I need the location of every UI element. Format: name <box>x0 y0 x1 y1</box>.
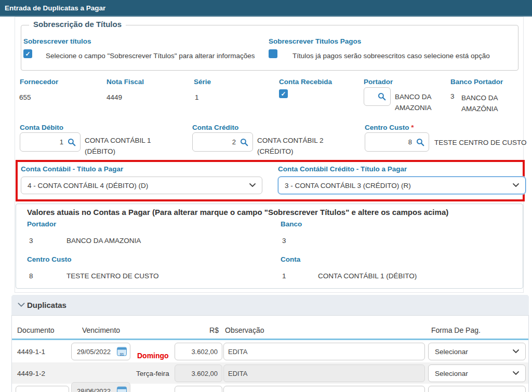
page: Entrada de Duplicatas a Pagar Sobrescriç… <box>0 0 532 392</box>
row1-vencimento <box>71 343 130 360</box>
valor-input[interactable] <box>175 343 222 360</box>
conta-debito-description: CONTA CONTÁBIL 1 (DÉBITO) <box>85 135 176 157</box>
conta-contabil-debito-select[interactable]: 4 - CONTA CONTÁBIL 4 (DÉBITO) (D) <box>21 177 262 194</box>
cv-conta-code: 1 <box>282 272 286 280</box>
banco-portador-code: 3 <box>450 92 455 100</box>
conta-credito-description: CONTA CONTÁBIL 2 (CRÉDITO) <box>257 135 348 157</box>
portador-search-box <box>364 87 391 106</box>
required-asterisk: * <box>411 124 414 131</box>
overwrite-legend: Sobrescrição de Títulos <box>29 20 126 29</box>
chevron-down-icon <box>513 183 519 187</box>
chevron-down-icon <box>249 183 256 187</box>
collapse-chevron-icon <box>18 303 25 307</box>
conta-contabil-debito-label: Conta Contábil - Título a Pagar <box>21 165 123 173</box>
calendar-icon[interactable] <box>117 387 127 392</box>
col-observacao: Observação <box>225 326 264 334</box>
row3-observacao <box>223 386 425 392</box>
centro-custo-label: Centro Custo * <box>365 124 414 131</box>
row1-observacao <box>223 343 425 360</box>
conta-contabil-debito-selected: 4 - CONTA CONTÁBIL 4 (DÉBITO) (D) <box>28 182 148 190</box>
col-forma: Forma De Pag. <box>431 326 481 334</box>
table-header-underline <box>12 339 528 340</box>
row2-vencimento <box>71 382 130 392</box>
banco-portador-description: BANCO DA AMAZÔNIA <box>461 92 513 114</box>
observacao-input[interactable] <box>224 386 424 392</box>
row1-forma-select[interactable]: Selecionar <box>428 343 526 360</box>
conta-contabil-credito-selected: 3 - CONTA CONTÁBIL 3 (CRÉDITO) (R) <box>285 182 411 190</box>
row3-documento-box <box>16 386 69 392</box>
row2-weekday: Terça-feira <box>136 370 169 377</box>
search-icon[interactable] <box>416 138 424 146</box>
overwrite-fieldset <box>21 25 518 71</box>
observacao-input[interactable] <box>224 365 424 382</box>
col-valor: R$ <box>175 326 219 334</box>
duplicatas-header[interactable]: Duplicatas <box>11 295 529 316</box>
cv-conta-name: CONTA CONTÁBIL 1 (DÉBITO) <box>318 272 417 280</box>
conta-credito-box <box>192 132 253 152</box>
conta-contabil-credito-select[interactable]: 3 - CONTA CONTÁBIL 3 (CRÉDITO) (R) <box>278 177 526 194</box>
row2-documento: 4449-1-2 <box>17 370 45 377</box>
current-values-title: Valores atuais no Contas a Pagar (Para a… <box>27 208 505 217</box>
cv-portador-name: BANCO DA AMAZONIA <box>66 237 141 245</box>
overwrite-paid-help: Títulos já pagos serão sobreescritos cas… <box>292 52 490 60</box>
centro-custo-box <box>365 132 429 152</box>
overwrite-titles-help: Selecione o campo "Sobrescrever Títulos"… <box>46 52 255 60</box>
nota-fiscal-label: Nota Fiscal <box>107 78 144 86</box>
portador-label: Portador <box>364 78 393 86</box>
chevron-down-icon <box>513 349 519 354</box>
conta-debito-label: Conta Débito <box>20 124 63 131</box>
conta-credito-label: Conta Crédito <box>192 124 238 131</box>
centro-custo-description: TESTE CENTRO DE CUSTO <box>434 137 532 148</box>
cv-centro-custo-code: 8 <box>29 272 33 280</box>
window-titlebar: Entrada de Duplicatas a Pagar <box>0 0 532 17</box>
col-vencimento: Vencimento <box>71 326 131 334</box>
cv-portador-label: Portador <box>27 220 56 228</box>
observacao-input[interactable] <box>224 343 424 360</box>
search-icon[interactable] <box>68 138 76 146</box>
overwrite-paid-checkbox[interactable] <box>269 49 277 58</box>
conta-recebida-checkbox[interactable] <box>279 89 288 98</box>
search-icon[interactable] <box>378 92 386 101</box>
cv-centro-custo-label: Centro Custo <box>27 255 72 263</box>
row2-valor <box>175 364 222 382</box>
serie-label: Série <box>194 78 211 86</box>
portador-description: BANCO DA AMAZONIA <box>395 91 444 113</box>
overwrite-titles-checkbox[interactable] <box>23 49 32 58</box>
banco-portador-label: Banco Portador <box>450 78 503 86</box>
row3-forma-select[interactable]: Selecionar <box>428 386 526 392</box>
documento-input[interactable] <box>16 386 69 392</box>
row1-valor <box>175 343 222 360</box>
row3-valor <box>175 386 222 392</box>
valor-input[interactable] <box>175 386 222 392</box>
serie-value: 1 <box>195 93 199 101</box>
row2-observacao <box>223 364 425 382</box>
portador-search-input[interactable] <box>364 88 390 105</box>
overwrite-titles-label: Sobrescrever títulos <box>23 37 91 45</box>
conta-debito-box <box>20 132 81 152</box>
valor-input[interactable] <box>175 365 222 382</box>
cv-banco-code: 3 <box>282 237 286 245</box>
row2-forma-select[interactable]: Selecionar <box>428 364 526 382</box>
calendar-icon[interactable] <box>117 347 127 356</box>
duplicatas-title: Duplicatas <box>27 301 66 309</box>
search-icon[interactable] <box>240 138 248 146</box>
cv-conta-label: Conta <box>281 255 300 263</box>
nota-fiscal-value: 4449 <box>107 93 122 101</box>
row1-documento: 4449-1-1 <box>17 348 45 356</box>
fornecedor-value: 655 <box>19 93 31 101</box>
overwrite-paid-label: Sobrescrever Titulos Pagos <box>269 37 361 45</box>
cv-banco-label: Banco <box>281 220 302 228</box>
chevron-down-icon <box>513 371 519 375</box>
conta-recebida-label: Conta Recebida <box>279 78 332 86</box>
row1-weekday: Domingo <box>137 352 169 360</box>
conta-contabil-credito-label: Conta Contábil Crédito - Título a Pagar <box>278 165 407 173</box>
fornecedor-label: Fornecedor <box>20 78 58 86</box>
forma-selected: Selecionar <box>435 348 468 356</box>
cv-centro-custo-name: TESTE CENTRO DE CUSTO <box>66 272 159 280</box>
cv-portador-code: 3 <box>29 237 33 245</box>
forma-selected: Selecionar <box>435 370 468 377</box>
page-title: Entrada de Duplicatas a Pagar <box>0 4 105 12</box>
col-documento: Documento <box>17 326 55 334</box>
